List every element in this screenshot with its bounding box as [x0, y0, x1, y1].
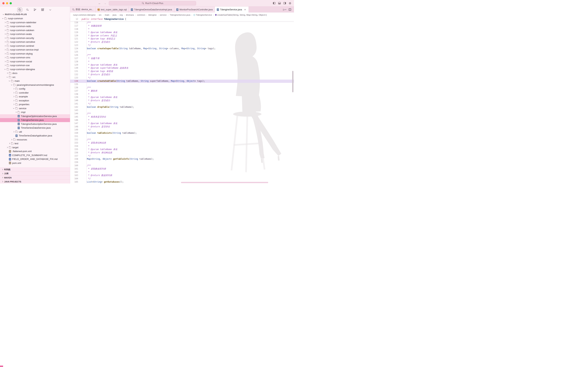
tree-item[interactable]: ruoyi-common-security: [0, 36, 70, 40]
code-line[interactable]: 150 boolean tableExists(String tableName…: [70, 132, 294, 135]
code-line[interactable]: 146 *: [70, 119, 294, 122]
tab-TdengineDeviceDataServiceImpl.java[interactable]: JTdengineDeviceDataServiceImpl.java: [129, 7, 174, 13]
code-line[interactable]: 119 * @param tableName 表名: [70, 31, 294, 34]
horizontal-scrollbar[interactable]: [181, 182, 268, 183]
breadcrumb-item[interactable]: main: [105, 14, 109, 16]
tree-item[interactable]: JTdengineService.java: [0, 118, 70, 122]
tree-item[interactable]: ruoyi-common-sensitive: [0, 40, 70, 44]
tree-item[interactable]: ruoyi-common-ratelimiter: [0, 21, 70, 25]
code-line[interactable]: 136 /**: [70, 86, 294, 89]
tree-item[interactable]: JTimeSeriesDataService.java: [0, 126, 70, 130]
line-number[interactable]: 132: [70, 73, 78, 76]
tree-item[interactable]: ruoyi-common-social: [0, 60, 70, 64]
activity-search-button[interactable]: [25, 8, 30, 12]
line-number[interactable]: 160: [70, 164, 78, 167]
tree-item[interactable]: target: [0, 146, 70, 150]
sidebar-section-JAVA PROJECTS[interactable]: JAVA PROJECTS: [0, 180, 70, 184]
line-number[interactable]: 140: [70, 99, 78, 102]
breadcrumb-item[interactable]: createSubTable(String, String, Map<Strin…: [215, 14, 267, 16]
line-number[interactable]: 136: [70, 86, 78, 89]
code-line[interactable]: 144 /**: [70, 112, 294, 115]
tree-item[interactable]: ruoyi-common-tdengine: [0, 67, 70, 71]
titlebar-layout-sidebar-left-button[interactable]: [273, 2, 276, 5]
code-line[interactable]: 151: [70, 135, 294, 138]
activity-chevron-down-button[interactable]: [48, 8, 53, 12]
tree-item[interactable]: util: [0, 130, 70, 134]
line-number[interactable]: 144: [70, 112, 78, 115]
code-line[interactable]: 148 * @return 是否存在: [70, 125, 294, 128]
line-number[interactable]: 128: [70, 60, 78, 63]
code-line[interactable]: 163 * @return 数据库列表: [70, 174, 294, 177]
sidebar-section-MAVEN[interactable]: MAVEN: [0, 175, 70, 180]
code-line[interactable]: 130 * @param superTableName 超级表名: [70, 67, 294, 70]
code-line[interactable]: 141 */: [70, 102, 294, 106]
zoom-window-button[interactable]: [10, 2, 12, 4]
code-line[interactable]: 147 * @param tableName 表名: [70, 122, 294, 125]
line-number[interactable]: 130: [70, 67, 78, 70]
breadcrumb-item[interactable]: ruoyi-common-tdengine: [73, 14, 96, 16]
tab--device_ev...[interactable]: 搜索: device_ev...: [70, 7, 96, 13]
tree-item[interactable]: properties: [0, 102, 70, 107]
tree-item[interactable]: ruoyi-common-redis: [0, 24, 70, 28]
line-number[interactable]: 150: [70, 132, 78, 135]
line-number[interactable]: 145: [70, 115, 78, 119]
tree-item[interactable]: controller: [0, 91, 70, 95]
code-line[interactable]: 142 boolean dropTable(String tableName);: [70, 106, 294, 109]
breadcrumb-item[interactable]: common: [137, 14, 145, 16]
line-number[interactable]: 124: [70, 47, 78, 50]
line-number[interactable]: 162: [70, 171, 78, 174]
code-line[interactable]: 149 */: [70, 128, 294, 132]
titlebar-layout-sidebar-right-button[interactable]: [283, 2, 286, 5]
code-line[interactable]: 164 */: [70, 177, 294, 180]
code-line[interactable]: 122 * @return 是否成功: [70, 41, 294, 44]
code-line[interactable]: 121 * @param tags 标签定义: [70, 37, 294, 41]
breadcrumb-item[interactable]: tdengine: [148, 14, 157, 16]
code-line[interactable]: 125: [70, 50, 294, 54]
close-window-button[interactable]: [2, 2, 5, 4]
line-number[interactable]: 161: [70, 167, 78, 171]
code-line[interactable]: 126 /**: [70, 54, 294, 57]
code-line[interactable]: 127 * 创建子表: [70, 57, 294, 60]
tree-item[interactable]: java/org/dromara/common/tdengine: [0, 83, 70, 87]
line-number[interactable]: 155: [70, 148, 78, 151]
code-line[interactable]: 133 */: [70, 76, 294, 80]
forward-arrow-icon[interactable]: →: [103, 2, 107, 5]
line-number[interactable]: 156: [70, 151, 78, 154]
line-number[interactable]: 139: [70, 96, 78, 99]
breadcrumb-item[interactable]: java: [112, 14, 117, 16]
code-line[interactable]: 160 /**: [70, 164, 294, 167]
code-line[interactable]: 156 * @return 表结构信息: [70, 151, 294, 154]
line-number[interactable]: 165: [70, 180, 78, 184]
code-line[interactable]: 138 *: [70, 93, 294, 96]
line-number[interactable]: 133: [70, 76, 78, 80]
titlebar-layout-panel-bottom-button[interactable]: [278, 2, 281, 5]
activity-extensions-button[interactable]: [40, 8, 45, 12]
line-number[interactable]: 123: [70, 44, 78, 47]
tab-test_super_table_tags.sql[interactable]: SQLtest_super_table_tags.sql: [96, 7, 129, 13]
tree-item[interactable]: service: [0, 107, 70, 110]
tree-item[interactable]: ruoyi-common-seata: [0, 32, 70, 36]
line-number[interactable]: 164: [70, 177, 78, 180]
tree-item[interactable]: exception: [0, 99, 70, 103]
tab-TdengineService.java[interactable]: JTdengineService.java×: [215, 7, 249, 13]
code-line[interactable]: 135: [70, 83, 294, 86]
tree-item[interactable]: resources: [0, 138, 70, 142]
tree-item[interactable]: MFIELD_ORDER_AND_DATABASE_FIX.md: [0, 157, 70, 161]
tree-item[interactable]: JTdengineSubscriptionService.java: [0, 122, 70, 126]
line-number[interactable]: 118: [70, 28, 78, 31]
code-line[interactable]: 153 * 获取表结构信息: [70, 141, 294, 145]
code-line[interactable]: 159: [70, 161, 294, 164]
line-number[interactable]: 152: [70, 138, 78, 141]
vertical-scrollbar[interactable]: [292, 71, 294, 92]
tree-item[interactable]: example: [0, 95, 70, 99]
tab-MonitorPosSearchController.java[interactable]: JMonitorPosSearchController.java: [174, 7, 215, 13]
line-number[interactable]: 129: [70, 63, 78, 67]
code-line[interactable]: 137 * 删除表: [70, 89, 294, 93]
line-number[interactable]: 131: [70, 70, 78, 73]
line-number[interactable]: 149: [70, 128, 78, 132]
line-number[interactable]: 121: [70, 37, 78, 41]
code-line[interactable]: 162 *: [70, 171, 294, 174]
titlebar-settings-gear-button[interactable]: [289, 2, 292, 5]
tree-item[interactable]: ruoyi-common-service-impl: [0, 48, 70, 52]
line-number[interactable]: 116: [70, 21, 78, 24]
